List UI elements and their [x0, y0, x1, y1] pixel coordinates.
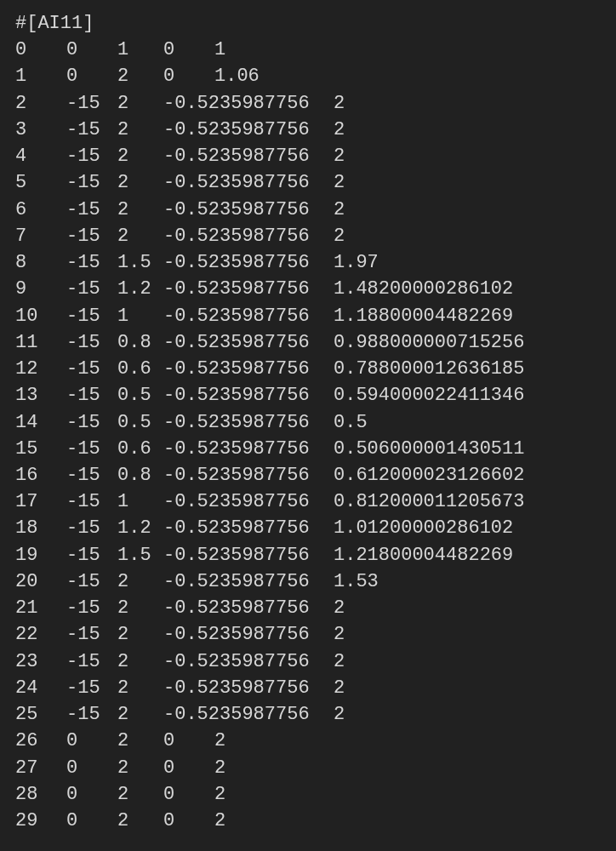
col-1: 3: [15, 117, 66, 143]
col-3: 2: [117, 595, 163, 621]
col-4: -0.5235987756: [163, 568, 334, 595]
col-5: 2: [334, 143, 345, 169]
col-3: 2: [117, 169, 163, 196]
data-row: 00101: [15, 37, 601, 63]
col-4: -0.5235987756: [163, 90, 334, 117]
data-row: 270202: [15, 755, 601, 781]
col-3: 1.2: [117, 276, 163, 302]
col-2: -15: [66, 568, 117, 595]
col-1: 8: [15, 249, 66, 276]
col-1: 0: [15, 37, 66, 63]
col-1: 17: [15, 488, 66, 515]
col-5: 1.21800004482269: [334, 542, 513, 568]
col-3: 2: [117, 621, 163, 648]
col-1: 15: [15, 436, 66, 462]
data-row: 260202: [15, 728, 601, 754]
col-1: 2: [15, 90, 66, 117]
col-5: 1.97: [334, 249, 379, 276]
data-row: 9-151.2-0.52359877561.48200000286102: [15, 276, 601, 302]
col-2: -15: [66, 303, 117, 329]
data-row: 4-152-0.52359877562: [15, 143, 601, 169]
col-4: -0.5235987756: [163, 409, 334, 436]
col-4: 0: [163, 37, 214, 63]
col-1: 24: [15, 675, 66, 701]
col-5: 1: [214, 37, 225, 63]
col-5: 0.988000000715256: [334, 329, 524, 356]
col-3: 2: [117, 117, 163, 143]
data-row: 10201.06: [15, 63, 601, 89]
col-4: -0.5235987756: [163, 675, 334, 701]
col-3: 1.5: [117, 249, 163, 276]
col-3: 2: [117, 143, 163, 169]
col-3: 0.8: [117, 462, 163, 488]
data-row: 17-151-0.52359877560.812000011205673: [15, 488, 601, 515]
data-row: 24-152-0.52359877562: [15, 675, 601, 701]
data-row: 7-152-0.52359877562: [15, 223, 601, 249]
col-2: -15: [66, 249, 117, 276]
col-2: -15: [66, 488, 117, 515]
col-1: 28: [15, 781, 66, 808]
data-row: 25-152-0.52359877562: [15, 701, 601, 728]
col-1: 25: [15, 701, 66, 728]
col-4: -0.5235987756: [163, 648, 334, 675]
data-row: 280202: [15, 781, 601, 808]
col-2: 0: [66, 37, 117, 63]
data-row: 20-152-0.52359877561.53: [15, 568, 601, 595]
col-4: -0.5235987756: [163, 382, 334, 408]
col-4: -0.5235987756: [163, 117, 334, 143]
col-4: -0.5235987756: [163, 595, 334, 621]
col-3: 2: [117, 781, 163, 808]
col-1: 29: [15, 808, 66, 834]
col-1: 5: [15, 169, 66, 196]
col-2: -15: [66, 356, 117, 382]
col-3: 2: [117, 90, 163, 117]
col-1: 12: [15, 356, 66, 382]
col-4: 0: [163, 781, 214, 808]
col-1: 13: [15, 382, 66, 408]
col-4: -0.5235987756: [163, 488, 334, 515]
col-2: 0: [66, 781, 117, 808]
data-row: 3-152-0.52359877562: [15, 117, 601, 143]
data-row: 21-152-0.52359877562: [15, 595, 601, 621]
col-3: 2: [117, 568, 163, 595]
col-2: -15: [66, 143, 117, 169]
col-5: 2: [214, 808, 225, 834]
col-5: 2: [334, 595, 345, 621]
col-4: -0.5235987756: [163, 542, 334, 568]
col-5: 2: [334, 117, 345, 143]
col-2: -15: [66, 197, 117, 223]
col-4: 0: [163, 755, 214, 781]
col-1: 9: [15, 276, 66, 302]
col-1: 19: [15, 542, 66, 568]
col-3: 1: [117, 37, 163, 63]
data-row: 14-150.5-0.52359877560.5: [15, 409, 601, 436]
col-2: -15: [66, 382, 117, 408]
col-5: 2: [334, 197, 345, 223]
data-row: 2-152-0.52359877562: [15, 90, 601, 117]
col-5: 2: [214, 728, 225, 754]
data-row: 18-151.2-0.52359877561.01200000286102: [15, 515, 601, 541]
col-5: 0.594000022411346: [334, 382, 524, 408]
col-5: 2: [334, 169, 345, 196]
col-3: 0.5: [117, 382, 163, 408]
col-5: 1.48200000286102: [334, 276, 513, 302]
col-1: 14: [15, 409, 66, 436]
col-4: -0.5235987756: [163, 515, 334, 541]
col-1: 1: [15, 63, 66, 89]
col-1: 16: [15, 462, 66, 488]
col-5: 2: [334, 90, 345, 117]
col-1: 7: [15, 223, 66, 249]
data-row: 6-152-0.52359877562: [15, 197, 601, 223]
col-5: 2: [334, 223, 345, 249]
col-5: 1.01200000286102: [334, 515, 513, 541]
col-5: 2: [334, 701, 345, 728]
col-5: 0.5: [334, 409, 368, 436]
col-1: 26: [15, 728, 66, 754]
col-2: -15: [66, 595, 117, 621]
col-4: -0.5235987756: [163, 329, 334, 356]
section-header: #[AI11]: [15, 10, 601, 37]
col-4: -0.5235987756: [163, 462, 334, 488]
col-1: 23: [15, 648, 66, 675]
col-2: -15: [66, 117, 117, 143]
col-5: 1.06: [214, 63, 260, 89]
